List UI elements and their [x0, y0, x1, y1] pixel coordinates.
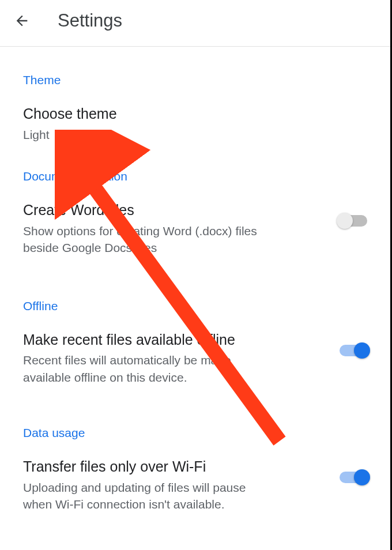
settings-content: Theme Choose theme Light Document Creati… [0, 73, 392, 513]
setting-offline-files[interactable]: Make recent files available offline Rece… [23, 330, 369, 386]
setting-subtitle: Recent files will automatically be made … [23, 352, 277, 386]
toggle-thumb [354, 342, 370, 359]
toggle-create-word-files[interactable] [338, 214, 369, 227]
setting-title: Transfer files only over Wi-Fi [23, 457, 277, 477]
toggle-wifi-transfer[interactable] [338, 471, 369, 484]
section-label-document-creation: Document Creation [23, 169, 369, 183]
setting-subtitle: Uploading and updating of files will pau… [23, 479, 277, 513]
back-arrow-icon [14, 13, 30, 29]
setting-title: Make recent files available offline [23, 330, 277, 350]
setting-choose-theme[interactable]: Choose theme Light [23, 104, 369, 143]
header: Settings [0, 0, 392, 47]
toggle-offline-files[interactable] [338, 344, 369, 357]
section-label-data-usage: Data usage [23, 426, 369, 440]
section-label-theme: Theme [23, 73, 369, 87]
setting-value: Light [23, 126, 277, 143]
toggle-thumb [354, 469, 370, 485]
section-label-offline: Offline [23, 299, 369, 313]
setting-create-word-files[interactable]: Create Word files Show options for creat… [23, 201, 369, 257]
back-button[interactable] [12, 10, 32, 31]
setting-title: Choose theme [23, 104, 277, 124]
setting-wifi-transfer[interactable]: Transfer files only over Wi-Fi Uploading… [23, 457, 369, 513]
setting-title: Create Word files [23, 201, 277, 220]
page-title: Settings [58, 10, 122, 31]
toggle-thumb [337, 213, 353, 229]
setting-subtitle: Show options for creating Word (.docx) f… [23, 223, 277, 257]
